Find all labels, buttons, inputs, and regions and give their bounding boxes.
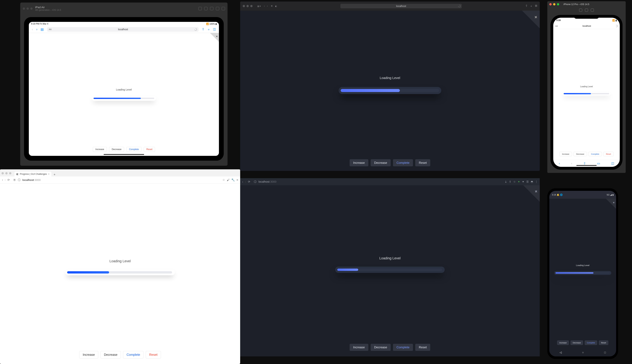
complete-button[interactable]: Complete [126,147,142,152]
reset-button[interactable]: Reset [603,152,614,156]
tab-active[interactable]: ◧ Progress | GUI Challenges × [14,172,52,176]
tab-overview-icon[interactable] [535,4,537,8]
reader-aa-icon[interactable]: AA [555,25,558,27]
share-icon[interactable] [202,28,204,32]
rotate-icon[interactable] [210,7,213,10]
close-dot[interactable] [243,5,245,7]
zoom-dot[interactable] [30,8,32,10]
reset-button[interactable]: Reset [144,147,155,152]
increase-button[interactable]: Increase [559,152,572,156]
url-text[interactable]: localhost:3000 [22,178,221,182]
decrease-button[interactable]: Decrease [370,344,391,351]
recents-icon[interactable]: □ [604,351,606,354]
increase-button[interactable]: Increase [557,340,569,345]
reader-aa-icon[interactable]: AA [49,28,52,30]
reload-icon[interactable] [194,28,197,31]
screenshot-icon[interactable] [204,7,208,10]
sidebar-icon[interactable]: ▤ [40,28,44,31]
zoom-dot[interactable] [250,5,252,7]
visbug-corner[interactable]: ✦ [210,33,219,42]
complete-button[interactable]: Complete [588,152,602,156]
kebab-menu-icon[interactable] [535,180,538,183]
shield-icon[interactable] [13,178,16,182]
reset-button[interactable]: Reset [146,351,161,358]
minimize-dot[interactable] [26,8,29,10]
minimize-dot[interactable] [553,3,556,6]
home-icon[interactable]: ○ [582,351,584,354]
theme-toggle-icon[interactable]: ◐ [275,5,277,7]
close-dot[interactable] [549,3,552,6]
minimize-dot[interactable] [246,5,249,7]
back-icon[interactable] [264,4,265,8]
hamburger-menu-icon[interactable] [236,178,238,182]
complete-button[interactable]: Complete [393,159,413,166]
back-icon[interactable] [242,180,243,183]
decrease-button[interactable]: Decrease [370,159,391,166]
decrease-button[interactable]: Decrease [574,152,587,156]
bookmarks-icon[interactable] [597,162,600,165]
tabs-icon[interactable] [213,28,216,32]
url-field[interactable]: localhost [340,4,462,8]
decrease-button[interactable]: Decrease [109,147,124,152]
back-icon[interactable]: ◁ [560,351,562,354]
bookmark-star-icon[interactable] [513,180,516,183]
visbug-corner[interactable]: ✦ [523,185,540,202]
complete-button[interactable]: Complete [393,344,413,351]
download-icon[interactable] [505,180,507,183]
bookmark-icon[interactable] [591,8,594,12]
reload-icon[interactable] [458,4,461,8]
back-icon[interactable] [32,28,33,31]
extensions-puzzle-icon[interactable] [522,180,524,183]
new-tab-button[interactable]: + [52,172,56,176]
url-text[interactable]: localhost:3000 [258,180,503,184]
home-icon[interactable] [585,8,588,12]
extension-icon[interactable] [518,180,520,183]
share-icon[interactable] [583,162,586,165]
forward-icon[interactable] [571,162,572,165]
reload-icon[interactable]: ⟳ [8,178,10,182]
eyedropper-icon[interactable]: 🖌 [227,178,230,182]
reload-icon[interactable] [616,25,618,27]
visbug-corner[interactable]: ✦ [522,10,540,28]
site-info-icon[interactable] [254,180,256,184]
url-field[interactable]: AA localhost [47,27,198,32]
forward-icon[interactable] [5,178,6,182]
tabs-icon[interactable] [611,162,614,165]
reset-button[interactable]: Reset [415,159,430,166]
devtools-icon[interactable]: 🔧 [231,178,235,182]
forward-icon[interactable] [36,28,38,31]
increase-button[interactable]: Increase [93,147,107,152]
profile-avatar-icon[interactable]: ◓ [531,180,533,183]
sidebar-toggle-icon[interactable]: ▤ ▾ [257,5,261,7]
zoom-dot[interactable] [557,3,559,6]
zoom-dot[interactable] [9,172,12,174]
minimize-dot[interactable] [5,172,8,174]
forward-icon[interactable] [267,4,268,8]
increase-button[interactable]: Increase [350,344,368,351]
new-tab-icon[interactable] [207,28,210,32]
safari-url-bar[interactable]: AA localhost [553,23,620,29]
site-info-icon[interactable] [18,178,20,182]
reset-button[interactable]: Reset [415,344,430,351]
visbug-corner[interactable]: ✦ [606,199,616,209]
privacy-icon[interactable] [271,5,273,7]
record-icon[interactable] [198,7,202,10]
back-icon[interactable] [559,162,560,165]
bookmark-icon[interactable] [222,7,225,10]
screenshot-icon[interactable] [579,8,582,12]
share-icon[interactable] [509,180,511,183]
decrease-button[interactable]: Decrease [570,340,583,345]
complete-button[interactable]: Complete [123,351,144,358]
reload-icon[interactable]: ⟳ [248,180,250,183]
close-dot[interactable] [2,172,4,174]
close-tab-icon[interactable]: × [48,173,50,176]
decrease-button[interactable]: Decrease [100,351,121,358]
complete-button[interactable]: Complete [584,340,597,345]
increase-button[interactable]: Increase [79,351,98,358]
share-icon[interactable] [525,4,528,8]
back-icon[interactable] [2,178,3,182]
close-dot[interactable] [23,8,25,10]
reading-list-icon[interactable]: ☰ [526,180,529,183]
bookmark-star-icon[interactable] [222,178,225,182]
forward-icon[interactable] [245,180,246,183]
